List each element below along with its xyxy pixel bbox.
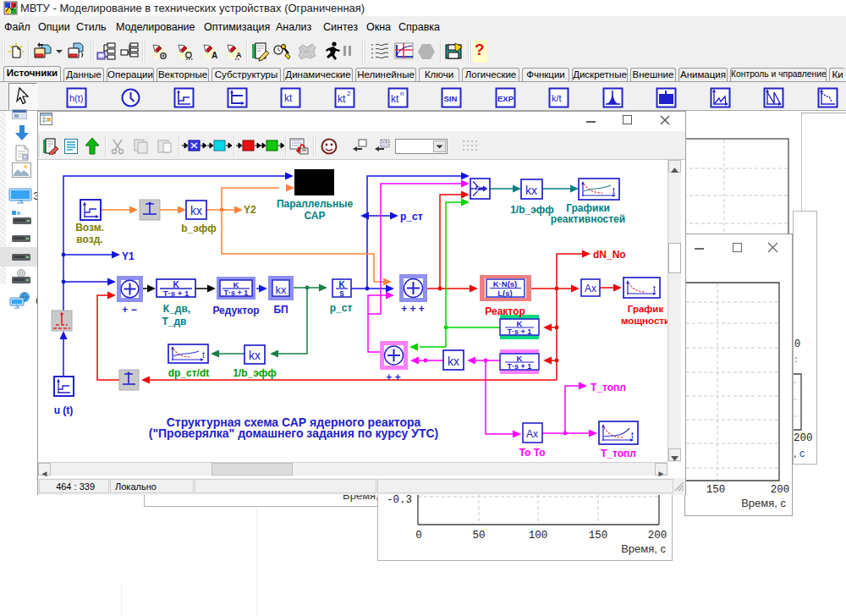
svg-text:K: K [517, 319, 523, 328]
svg-text:kt: kt [284, 92, 293, 104]
svg-text:БП: БП [273, 304, 288, 316]
svg-text:возд.: возд. [76, 234, 102, 245]
svg-text:Редуктор: Редуктор [212, 305, 259, 316]
svg-text:T_топл: T_топл [591, 382, 626, 393]
svg-text:t: t [613, 186, 615, 195]
svg-text:A: A [236, 51, 242, 59]
svg-text:150: 150 [706, 484, 726, 496]
svg-text:100: 100 [529, 530, 548, 542]
svg-text:+ + +: + + + [401, 303, 425, 315]
svg-text:T·s + 1: T·s + 1 [508, 327, 532, 336]
svg-text:Ax: Ax [585, 283, 596, 294]
svg-text:T·s + 1: T·s + 1 [163, 289, 190, 298]
svg-text:200: 200 [771, 484, 790, 496]
svg-text:2: 2 [347, 90, 351, 97]
svg-text:t: t [202, 350, 205, 360]
svg-text:h(t): h(t) [69, 93, 84, 103]
svg-text:САР: САР [304, 210, 325, 222]
svg-text:L(s): L(s) [497, 289, 512, 298]
svg-text:p_ст: p_ст [330, 302, 353, 314]
svg-text:kt: kt [391, 93, 399, 105]
svg-text:График: График [628, 304, 664, 314]
svg-text:К_дв,: К_дв, [163, 303, 190, 315]
svg-text:1/b_эфф: 1/b_эфф [510, 204, 554, 216]
svg-text:Время, с: Время, с [621, 542, 666, 555]
svg-text:+ +: + + [386, 371, 400, 383]
svg-text:реактивностей: реактивностей [551, 213, 625, 225]
svg-text:kx: kx [448, 355, 459, 368]
svg-text:p_ст: p_ст [400, 211, 423, 223]
svg-text:k/t: k/t [552, 93, 562, 103]
svg-text:dp_ст/dt: dp_ст/dt [168, 367, 210, 379]
svg-text:мощности: мощности [621, 316, 668, 326]
svg-text:n: n [400, 90, 404, 97]
svg-text:Графики: Графики [566, 202, 610, 214]
svg-text:1/b_эфф: 1/b_эфф [233, 367, 277, 379]
svg-text:-0.3: -0.3 [387, 494, 412, 506]
svg-text:t: t [653, 284, 656, 294]
svg-text:t: t [631, 431, 634, 440]
svg-text:Время, с: Время, с [741, 497, 786, 509]
svg-text:K: K [338, 280, 345, 289]
svg-text:kx: kx [190, 204, 202, 217]
svg-text:T·s + 1: T·s + 1 [508, 362, 532, 371]
svg-text:K·N(s): K·N(s) [493, 279, 518, 289]
svg-text:dN_No: dN_No [593, 249, 626, 261]
svg-text:Y1: Y1 [122, 250, 135, 262]
svg-text:50: 50 [472, 530, 485, 542]
svg-text:То То: То То [519, 447, 545, 459]
svg-text:Ax: Ax [526, 428, 538, 440]
svg-text:kt: kt [338, 93, 346, 105]
svg-text:kx: kx [249, 349, 261, 362]
svg-text:Т_дв: Т_дв [162, 316, 187, 327]
svg-text:200: 200 [648, 530, 667, 542]
svg-text:A: A [212, 51, 217, 60]
svg-text:("Проверялка" домашнего задани: ("Проверялка" домашнего задания по курсу… [149, 426, 439, 440]
svg-text:Т_топл: Т_топл [601, 448, 636, 459]
svg-text:s: s [339, 289, 344, 298]
svg-text:K: K [517, 354, 523, 363]
svg-text:b_эфф: b_эфф [181, 223, 217, 234]
svg-text:u (t): u (t) [54, 404, 74, 416]
svg-text:Реактор: Реактор [485, 305, 525, 317]
svg-text:+ −: + − [122, 304, 136, 316]
svg-text:EXP: EXP [497, 94, 514, 103]
svg-text:kx: kx [276, 283, 288, 296]
svg-text:Y2: Y2 [244, 204, 256, 216]
svg-text:K: K [233, 280, 239, 289]
svg-text:T·s + 1: T·s + 1 [224, 289, 249, 297]
svg-text:150: 150 [589, 530, 608, 542]
svg-text:0: 0 [415, 530, 422, 542]
svg-text:SIN: SIN [444, 94, 458, 103]
svg-text:Возм.: Возм. [75, 222, 104, 234]
svg-text:kx: kx [525, 184, 537, 197]
svg-text:Параллельные: Параллельные [277, 198, 354, 210]
